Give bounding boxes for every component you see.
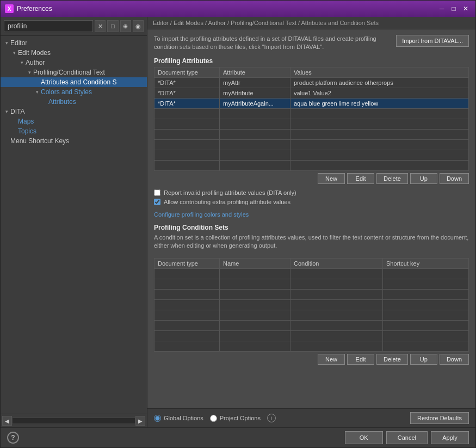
table-row-empty (154, 129, 469, 139)
pin-config-button[interactable]: ◉ (133, 20, 144, 32)
table-row-empty (154, 150, 469, 160)
tree-arrow-icon: ▾ (33, 89, 41, 95)
condition-table-row-empty (154, 279, 469, 289)
table-row[interactable]: *DITA*myAttributeAgain...aqua blue green… (154, 98, 469, 108)
import-description: To import the profiling attributes defin… (154, 35, 391, 52)
maximize-button[interactable]: □ (448, 4, 459, 14)
tree-item-label: Colors and Styles (41, 88, 92, 96)
tree-item-label: Topics (18, 127, 36, 135)
condition-table-row-empty (154, 330, 469, 341)
project-options-radio-label[interactable]: Project Options (210, 415, 261, 422)
checkbox-input[interactable] (154, 199, 160, 205)
condition-table-row-empty (154, 289, 469, 299)
condition-table-row-empty (154, 299, 469, 310)
table-row[interactable]: *DITA*myAttributevalue1 Value2 (154, 88, 469, 98)
tree-area: ▾Editor▾Edit Modes▾Author▾Profiling/Cond… (1, 36, 147, 414)
tree-item[interactable]: ▾DITA (1, 107, 147, 116)
restore-defaults-button[interactable]: Restore Defaults (410, 412, 469, 424)
table-row-empty (154, 119, 469, 129)
tree-item-label: Author (26, 59, 45, 66)
tree-item[interactable]: ▾Author (1, 58, 147, 67)
attr-down-button[interactable]: Down (440, 173, 469, 184)
tree-item-label: Maps (18, 118, 34, 125)
help-button[interactable]: ? (7, 432, 19, 444)
project-options-label: Project Options (220, 415, 261, 421)
table-row[interactable]: *DITA*myAttrproduct platform audience ot… (154, 77, 469, 88)
options-bar: Global Options Project Options i Restore… (147, 408, 475, 427)
condition-table-header-row: Document type Name Condition Shortcut ke… (154, 258, 469, 268)
tree-item[interactable]: ▾Profiling/Conditional Text (1, 67, 147, 77)
condition-up-button[interactable]: Up (410, 354, 437, 365)
horizontal-scrollbar[interactable] (12, 418, 135, 424)
condition-sets-section: Profiling Condition Sets A condition set… (154, 224, 469, 365)
tree-item-label: Edit Modes (18, 49, 51, 57)
condition-new-button[interactable]: New (318, 354, 345, 365)
project-options-radio[interactable] (210, 415, 217, 422)
footer-bar: ? OK Cancel Apply (1, 427, 475, 447)
window-controls: ─ □ ✕ (436, 4, 471, 14)
tree-item[interactable]: Menu Shortcut Keys (1, 136, 147, 146)
condition-down-button[interactable]: Down (440, 354, 469, 365)
condition-delete-button[interactable]: Delete (376, 354, 408, 365)
tree-item[interactable]: ▾Editor (1, 38, 147, 48)
condition-sets-description: A condition set is a collection of profi… (154, 234, 469, 250)
configure-link-row: Configure profiling colors and styles (154, 211, 469, 218)
tree-item[interactable]: Attributes and Condition S (1, 77, 147, 87)
tree-item-label: DITA (10, 108, 24, 115)
table-header-row: Document type Attribute Values (154, 67, 469, 77)
left-panel: ✕ □ ⊕ ◉ ▾Editor▾Edit Modes▾Author▾Profil… (1, 17, 147, 427)
checkbox-label: Allow contributing extra profiling attri… (164, 199, 290, 205)
app-icon: X (5, 4, 14, 13)
attr-table-buttons: New Edit Delete Up Down (154, 173, 469, 184)
global-options-radio-label[interactable]: Global Options (154, 415, 203, 422)
import-section: To import the profiling attributes defin… (154, 35, 469, 52)
right-panel: Editor / Edit Modes / Author / Profiling… (147, 17, 475, 427)
tree-item[interactable]: ▾Colors and Styles (1, 87, 147, 97)
condition-edit-button[interactable]: Edit (347, 354, 374, 365)
checkbox-row: Report invalid profiling attribute value… (154, 189, 469, 196)
scroll-right-button[interactable]: ▶ (135, 416, 145, 426)
ok-button[interactable]: OK (345, 431, 383, 444)
tree-item-label: Profiling/Conditional Text (33, 69, 105, 76)
minimize-button[interactable]: ─ (436, 4, 447, 14)
apply-button[interactable]: Apply (431, 431, 469, 444)
table-row-empty (154, 160, 469, 170)
checkboxes-section: Report invalid profiling attribute value… (154, 189, 469, 205)
tree-arrow-icon: ▾ (10, 50, 18, 56)
import-ditaval-button[interactable]: Import from DITAVAL... (396, 35, 469, 47)
col-doc-type: Document type (154, 67, 220, 77)
info-icon[interactable]: i (267, 414, 276, 422)
attr-new-button[interactable]: New (318, 173, 345, 184)
tree-item-label: Attributes and Condition S (41, 78, 116, 86)
profiling-attrs-table: Document type Attribute Values *DITA*myA… (154, 67, 469, 171)
new-config-button[interactable]: □ (107, 20, 118, 32)
cancel-button[interactable]: Cancel (386, 431, 428, 444)
condition-table-buttons: New Edit Delete Up Down (154, 354, 469, 365)
clear-search-button[interactable]: ✕ (95, 20, 106, 32)
panel-scrollbar: ◀ ▶ (1, 414, 147, 427)
global-options-label: Global Options (164, 415, 203, 421)
checkbox-input[interactable] (154, 189, 160, 196)
tree-arrow-icon: ▾ (3, 109, 10, 114)
tree-item-label: Editor (10, 39, 27, 47)
table-row-empty (154, 139, 469, 150)
condition-table-row-empty (154, 320, 469, 330)
copy-config-button[interactable]: ⊕ (120, 20, 131, 32)
attr-delete-button[interactable]: Delete (376, 173, 408, 184)
scroll-left-button[interactable]: ◀ (2, 416, 12, 426)
tree-item[interactable]: ▾Edit Modes (1, 48, 147, 58)
options-left: Global Options Project Options i (154, 414, 276, 422)
attr-edit-button[interactable]: Edit (347, 173, 374, 184)
tree-item[interactable]: Maps (1, 116, 147, 126)
cond-col-doc-type: Document type (154, 258, 220, 268)
configure-colors-link[interactable]: Configure profiling colors and styles (154, 211, 249, 218)
cond-col-name: Name (220, 258, 290, 268)
tree-item[interactable]: Attributes (1, 97, 147, 107)
search-input[interactable] (4, 20, 93, 32)
global-options-radio[interactable] (154, 415, 161, 422)
title-bar: X Preferences ─ □ ✕ (1, 1, 475, 17)
close-button[interactable]: ✕ (460, 4, 471, 14)
attr-up-button[interactable]: Up (410, 173, 437, 184)
tree-item[interactable]: Topics (1, 126, 147, 136)
condition-sets-table: Document type Name Condition Shortcut ke… (154, 258, 469, 352)
